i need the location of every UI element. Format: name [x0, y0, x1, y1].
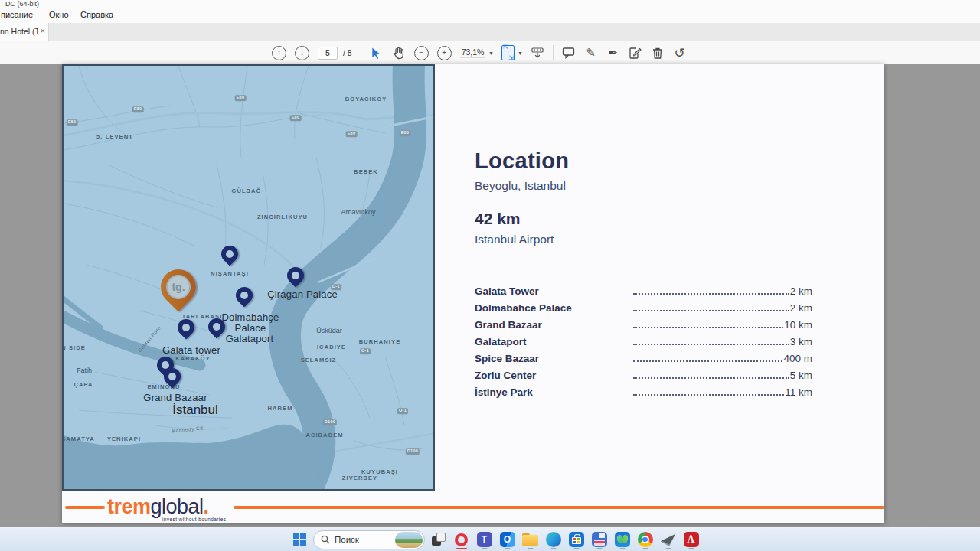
road-shield: E80 [346, 131, 358, 137]
road-shield: O-1 [360, 348, 371, 354]
distance-place: Galata Tower [475, 285, 633, 297]
menu-sign[interactable]: писание [1, 10, 33, 19]
road-shield: E80 [235, 95, 247, 101]
location-subheading: Beyoglu, Istanbul [475, 179, 566, 193]
distance-value: 10 km [784, 319, 812, 331]
delete-tool-icon[interactable] [651, 44, 665, 61]
dotted-leader [633, 310, 789, 311]
road-shield: E80 [400, 130, 411, 136]
dotted-leader [633, 360, 782, 362]
airport-distance: 42 km [475, 210, 521, 228]
rotate-tool-icon[interactable]: ↺ [673, 44, 687, 61]
file-explorer-icon[interactable] [521, 530, 540, 549]
select-tool-icon[interactable] [370, 44, 384, 61]
menu-window[interactable]: Окно [49, 10, 69, 19]
opera-icon[interactable] [452, 530, 471, 549]
tab-close-icon[interactable]: × [41, 26, 45, 35]
fill-sign-tool-icon[interactable] [629, 44, 642, 61]
dotted-leader [633, 394, 784, 396]
footer-rule-left [65, 506, 105, 509]
distance-row: Galata Tower 2 km [475, 283, 812, 297]
tab-bar: nn Hotel (T... × [0, 21, 980, 41]
airport-name: Istanbul Airport [475, 233, 554, 246]
road-shield: E80 [290, 115, 302, 121]
distance-place: Galataport [475, 336, 633, 347]
dotted-leader [633, 293, 789, 295]
task-view-icon[interactable] [429, 530, 448, 549]
tremglobal-logo: tremglobal. [107, 495, 209, 519]
logo-dot: . [204, 495, 210, 518]
menu-help[interactable]: Справка [80, 10, 113, 19]
map-graphic [64, 66, 435, 491]
teams-icon[interactable]: T [475, 530, 494, 549]
acrobat-toolbar: ↑ ↓ 5 / 8 − + 73,1% ▾ ▾ [0, 41, 980, 66]
distance-row: Grand Bazaar 10 km [475, 317, 812, 331]
menu-bar: писание Окно Справка [0, 9, 980, 21]
butterfly-app-icon[interactable] [612, 530, 632, 549]
location-heading: Location [475, 148, 569, 174]
pin-logo: tg. [166, 275, 191, 299]
zoom-out-button[interactable]: − [414, 44, 429, 61]
scroll-mode-icon[interactable] [531, 44, 544, 61]
search-input[interactable]: Поиск [313, 530, 425, 549]
chrome-icon[interactable] [635, 530, 655, 549]
distance-place: İstinye Park [475, 386, 633, 398]
save-app-icon[interactable] [590, 530, 609, 549]
start-button[interactable] [290, 530, 309, 549]
search-highlight-image[interactable] [395, 532, 423, 548]
desktop: DC (64-bit) писание Окно Справка nn Hote… [0, 0, 980, 551]
search-icon [321, 535, 330, 544]
footer-rule-right [234, 506, 884, 509]
distance-value: 2 km [790, 302, 812, 314]
hand-tool-icon[interactable] [392, 44, 406, 61]
distance-place: Zorlu Center [475, 370, 633, 381]
road-shield: D-1 [331, 284, 341, 290]
document-tab[interactable]: nn Hotel (T... × [0, 23, 47, 41]
pdf-page: 5. LEVENTBOYACIKÖYBEBEKGÜLBAĞZINCIRLIKUY… [62, 64, 884, 523]
page-total-label: / 8 [343, 48, 352, 57]
dotted-leader [633, 327, 783, 328]
road-shield: D100 [406, 448, 420, 455]
road-shield: E80 [132, 106, 144, 112]
acrobat-reader-icon[interactable]: A [681, 530, 701, 549]
previous-page-button[interactable]: ↑ [272, 44, 286, 61]
road-shield: E80 [67, 119, 78, 126]
outlook-icon[interactable]: O [498, 530, 517, 549]
scanner-app-icon[interactable] [658, 530, 678, 549]
distance-value: 2 km [790, 285, 812, 297]
window-titlebar: DC (64-bit) [0, 0, 980, 9]
next-page-button[interactable]: ↓ [295, 44, 309, 61]
logo-tagline: invest without boundaries [162, 517, 226, 522]
document-area[interactable]: 5. LEVENTBOYACIKÖYBEBEKGÜLBAĞZINCIRLIKUY… [0, 64, 980, 527]
comment-tool-icon[interactable] [562, 44, 576, 61]
microsoft-store-icon[interactable] [567, 530, 586, 549]
distance-value: 400 m [783, 353, 812, 364]
distances-table: Galata Tower 2 km Dolmabahce Palace 2 km… [475, 283, 812, 398]
search-placeholder: Поиск [335, 535, 390, 544]
distance-place: Dolmabahce Palace [475, 302, 633, 314]
edge-icon[interactable] [544, 530, 563, 549]
distance-place: Spice Bazaar [475, 353, 633, 364]
road-shield: D100 [323, 419, 337, 425]
distance-value: 5 km [790, 370, 812, 381]
logo-global: global [151, 495, 204, 518]
distance-row: İstinye Park 11 km [475, 384, 812, 398]
page-fit-dropdown[interactable] [501, 44, 514, 61]
highlight-tool-icon[interactable]: ✎ [584, 44, 598, 61]
windows-taskbar: Поиск T O [0, 527, 980, 551]
dotted-leader [633, 377, 789, 379]
road-shield: O-1 [397, 408, 408, 414]
istanbul-map: 5. LEVENTBOYACIKÖYBEBEKGÜLBAĞZINCIRLIKUY… [62, 64, 435, 491]
logo-trem: trem [107, 495, 151, 518]
sign-tool-icon[interactable]: ✒ [606, 44, 620, 61]
zoom-level-dropdown[interactable]: 73,1% [460, 44, 486, 61]
distance-value: 3 km [790, 336, 812, 347]
window-title: DC (64-bit) [5, 0, 39, 8]
fit-caret-icon[interactable]: ▾ [518, 50, 521, 57]
page-number-input[interactable]: 5 [318, 44, 338, 61]
zoom-caret-icon[interactable]: ▾ [489, 50, 492, 57]
distance-row: Dolmabahce Palace 2 km [475, 300, 812, 314]
zoom-in-button[interactable]: + [437, 44, 452, 61]
distance-row: Zorlu Center 5 km [475, 367, 812, 381]
windows-logo-icon [293, 533, 307, 546]
